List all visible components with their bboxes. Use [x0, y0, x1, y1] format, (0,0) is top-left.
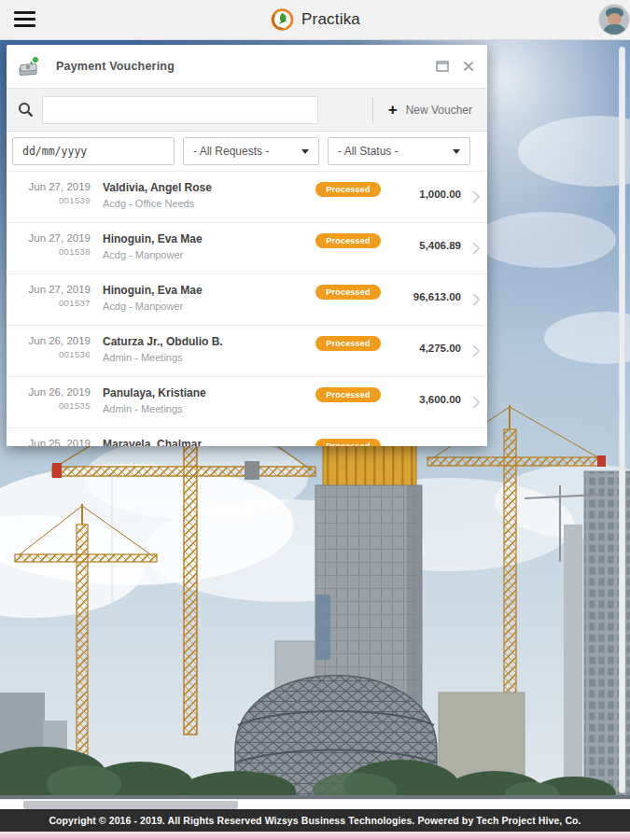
- filter-bar: dd/mm/yyyy - All Requests - - All Status…: [7, 132, 487, 172]
- voucher-amount: 4,275.00: [381, 326, 461, 376]
- footer-bar: Copyright © 2016 - 2019. All Rights Rese…: [0, 809, 630, 832]
- caret-down-icon: [301, 149, 309, 154]
- voucher-payee-name: Hinoguin, Eva Mae: [103, 284, 315, 297]
- voucher-category: Acdg - Manpower: [103, 249, 315, 260]
- new-voucher-label: New Voucher: [406, 104, 472, 117]
- voucher-amount: 1,000.00: [381, 172, 461, 222]
- voucher-main-column: Hinoguin, Eva Mae Acdg - Manpower: [91, 274, 315, 325]
- copyright-text: Copyright © 2016 - 2019. All Rights Rese…: [49, 815, 581, 826]
- voucher-ref-number: 001538: [12, 246, 91, 257]
- voucher-ref-number: 001537: [12, 298, 91, 308]
- voucher-main-column: Panulaya, Kristiane Admin - Meetings: [91, 377, 315, 427]
- menu-icon[interactable]: [14, 11, 35, 27]
- voucher-payee-name: Panulaya, Kristiane: [103, 386, 315, 399]
- app-title: Practika: [301, 10, 360, 29]
- voucher-date-column: Jun 26, 2019 001535: [12, 377, 91, 427]
- status-badge: Processed: [315, 233, 381, 248]
- voucher-amount: 5,406.89: [381, 223, 461, 273]
- practika-logo-icon: [270, 7, 294, 32]
- app-screen: Practika Payment Vouchering: [0, 0, 630, 840]
- voucher-main-column: Valdivia, Angel Rose Acdg - Office Needs: [91, 172, 315, 222]
- voucher-amount: 3,600.00: [381, 377, 461, 427]
- voucher-category: Admin - Meetings: [103, 403, 315, 414]
- close-icon[interactable]: [461, 59, 476, 74]
- voucher-date-column: Jun 27, 2019 001537: [12, 274, 91, 325]
- voucher-payee-name: Valdivia, Angel Rose: [103, 181, 315, 194]
- voucher-ref-number: 001539: [12, 195, 91, 205]
- voucher-amount: 96,613.00: [381, 274, 461, 325]
- plus-icon: +: [388, 102, 398, 118]
- vertical-scrollbar[interactable]: [619, 47, 625, 793]
- chevron-right-icon: [461, 172, 480, 222]
- bottom-accent-strip: [0, 832, 630, 840]
- date-filter-input[interactable]: dd/mm/yyyy: [12, 137, 175, 165]
- search-toolbar: + New Voucher: [7, 89, 487, 132]
- avatar-body: [603, 24, 626, 35]
- voucher-date: Jun 26, 2019: [12, 335, 91, 346]
- voucher-category: Admin - Meetings: [103, 352, 315, 363]
- voucher-ref-number: 001536: [12, 349, 91, 359]
- voucher-ref-number: 001535: [12, 400, 91, 411]
- new-voucher-button[interactable]: + New Voucher: [373, 102, 476, 118]
- voucher-payee-name: Hinoguin, Eva Mae: [103, 232, 315, 245]
- voucher-row[interactable]: Jun 26, 2019 001536 Caturza Jr., Obdulio…: [7, 326, 487, 377]
- date-placeholder: dd/mm/yyyy: [22, 145, 87, 158]
- voucher-date-column: Jun 27, 2019 001539: [12, 172, 91, 222]
- voucher-date-column: Jun 26, 2019 001536: [12, 326, 91, 376]
- chevron-right-icon: [461, 223, 480, 273]
- payment-vouchering-modal: Payment Vouchering + New Voucher: [7, 45, 487, 446]
- status-badge: Processed: [315, 182, 381, 197]
- requests-filter-select[interactable]: - All Requests -: [183, 137, 319, 165]
- status-badge: Processed: [315, 285, 381, 300]
- horizontal-scrollbar-thumb[interactable]: [23, 801, 238, 809]
- top-app-bar: Practika: [0, 0, 630, 40]
- voucher-row[interactable]: Jun 27, 2019 001537 Hinoguin, Eva Mae Ac…: [7, 274, 487, 326]
- voucher-icon: [18, 55, 43, 77]
- search-input[interactable]: [42, 96, 318, 124]
- chevron-right-icon: [461, 274, 480, 325]
- voucher-row[interactable]: Jun 27, 2019 001538 Hinoguin, Eva Mae Ac…: [7, 223, 487, 274]
- voucher-list: Jun 27, 2019 001539 Valdivia, Angel Rose…: [7, 172, 487, 446]
- voucher-date-column: Jun 27, 2019 001538: [12, 223, 91, 273]
- status-badge: Processed: [315, 336, 381, 351]
- voucher-main-column: Caturza Jr., Obdulio B. Admin - Meetings: [91, 326, 315, 376]
- caret-down-icon: [453, 149, 460, 154]
- voucher-date-column: Jun 25, 2019: [12, 428, 91, 446]
- modal-title: Payment Vouchering: [56, 60, 175, 73]
- user-avatar[interactable]: [599, 5, 629, 35]
- voucher-payee-name: Caturza Jr., Obdulio B.: [103, 335, 315, 348]
- status-badge: Processed: [315, 387, 381, 402]
- voucher-main-column: Hinoguin, Eva Mae Acdg - Manpower: [91, 223, 315, 273]
- status-filter-value: - All Status -: [338, 145, 399, 158]
- voucher-date: Jun 27, 2019: [12, 181, 91, 192]
- modal-window-actions: [435, 59, 476, 74]
- voucher-date: Jun 25, 2019: [12, 438, 91, 446]
- voucher-row[interactable]: Jun 26, 2019 001535 Panulaya, Kristiane …: [7, 377, 487, 428]
- maximize-icon[interactable]: [435, 59, 450, 74]
- voucher-row[interactable]: Jun 27, 2019 001539 Valdivia, Angel Rose…: [7, 172, 487, 223]
- voucher-date: Jun 26, 2019: [12, 386, 91, 398]
- voucher-row[interactable]: Jun 25, 2019 Maravela, Chalmar Processed: [7, 428, 487, 446]
- chevron-right-icon: [461, 428, 480, 446]
- modal-header: Payment Vouchering: [7, 45, 487, 89]
- voucher-category: Acdg - Office Needs: [103, 198, 315, 209]
- voucher-payee-name: Maravela, Chalmar: [103, 438, 315, 446]
- chevron-right-icon: [461, 377, 480, 427]
- app-logo: Practika: [270, 0, 360, 39]
- voucher-main-column: Maravela, Chalmar: [91, 428, 315, 446]
- search-icon: [18, 102, 34, 118]
- status-badge: Processed: [315, 439, 381, 446]
- voucher-date: Jun 27, 2019: [12, 232, 91, 244]
- chevron-right-icon: [461, 326, 480, 376]
- requests-filter-value: - All Requests -: [193, 145, 269, 158]
- voucher-date: Jun 27, 2019: [12, 284, 91, 295]
- voucher-category: Acdg - Manpower: [103, 301, 315, 312]
- status-filter-select[interactable]: - All Status -: [328, 137, 470, 165]
